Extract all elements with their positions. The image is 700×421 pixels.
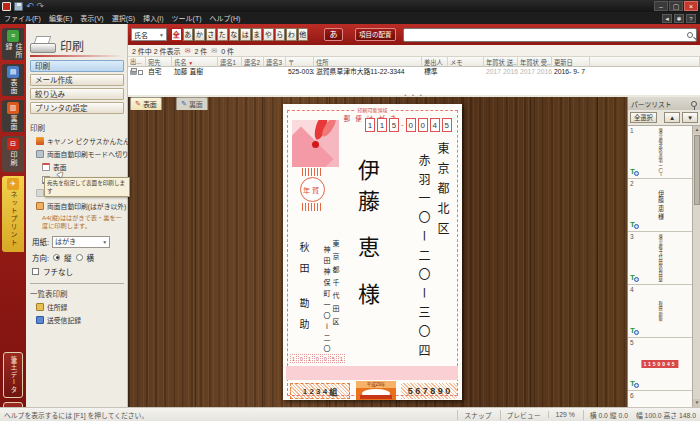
undo-icon[interactable]: ↶ (26, 2, 34, 11)
kana-filter-na[interactable]: な (229, 28, 240, 41)
sidebar-tab-front[interactable]: ▤ 表面 (2, 64, 24, 96)
col-joint2[interactable]: 連名2 (242, 57, 264, 66)
menu-file[interactable]: ファイル(F) (4, 13, 41, 23)
redo-icon[interactable]: ↷ (37, 2, 45, 11)
part-item-recipient-zip[interactable]: 5 1150045 T (628, 338, 692, 391)
parts-scrollbar[interactable]: ▲ ▼ (692, 126, 700, 407)
col-sender[interactable]: 差出人 (422, 57, 448, 66)
sender-name[interactable]: 秋田 勘助 (298, 242, 308, 340)
option-duplex-mode[interactable]: 両面自動印刷モードへ切り替え (36, 149, 124, 159)
save-icon[interactable] (14, 2, 23, 11)
paper-select[interactable]: はがき ▼ (52, 236, 110, 248)
col-nenga-sent[interactable]: 年賀状 送... (484, 57, 518, 66)
option-duplex-a4[interactable]: 両面自動印刷(はがき以外) (36, 201, 124, 211)
menubar: ファイル(F) 編集(E) 表示(V) 選択(S) 挿入(I) ツール(T) ヘ… (0, 12, 700, 24)
move-up-button[interactable]: ▲ (664, 112, 680, 123)
col-zip[interactable]: 〒 (286, 57, 314, 66)
select-all-button[interactable]: 全選択 (630, 112, 657, 123)
menu-insert[interactable]: 挿入(I) (143, 13, 164, 23)
option-front[interactable]: 表面 (42, 162, 124, 172)
part-item-sender-zip[interactable]: 6 1010051 T (628, 391, 692, 407)
kana-filter-all[interactable]: 全 (171, 28, 182, 41)
arrange-items-button[interactable]: 項目の配置 (355, 28, 396, 41)
table-row[interactable]: 自宅 加藤 直樹 525-0032 滋賀県草津市大路11-22-3344 標準 … (128, 67, 700, 77)
kana-filter-a[interactable]: あ (183, 28, 194, 41)
nav-filter[interactable]: 絞り込み (30, 88, 124, 100)
status-preview[interactable]: プレビュー (500, 410, 541, 420)
part-number: 2 (630, 180, 634, 187)
status-zoom[interactable]: 129 % (548, 411, 574, 418)
nav-printer-settings[interactable]: プリンタの設定 (30, 102, 124, 114)
col-dest[interactable]: 宛先 (146, 57, 172, 66)
status-snap[interactable]: スナップ (457, 410, 491, 420)
close-button[interactable]: × (684, 1, 698, 11)
move-down-button[interactable]: ▼ (682, 112, 698, 123)
col-name[interactable]: 氏名 ▼ (172, 57, 218, 66)
nav-mail[interactable]: メール作成 (30, 74, 124, 86)
menu-tools[interactable]: ツール(T) (172, 13, 202, 23)
kana-filter-ya[interactable]: や (263, 28, 274, 41)
col-updated[interactable]: 更新日 (552, 57, 590, 66)
row-checkbox[interactable] (138, 70, 143, 75)
kana-input-button[interactable]: あ (324, 28, 343, 41)
scroll-thumb[interactable] (694, 135, 700, 205)
borderless-checkbox[interactable] (32, 268, 39, 275)
sound-help-icon[interactable]: ◄ (662, 14, 672, 23)
scroll-down-icon[interactable]: ▼ (693, 399, 700, 407)
scroll-up-icon[interactable]: ▲ (693, 126, 700, 134)
sidebar-tab-netprint[interactable]: ✈ ネットプリント (2, 176, 24, 252)
sidebar-tab-back[interactable]: ▥ 裏面 (2, 100, 24, 132)
help-icon[interactable]: ? (686, 14, 696, 23)
part-item-recipient-name[interactable]: 2 伊藤 恵 様 T (628, 179, 692, 232)
col-nenga-recv[interactable]: 年賀状 受... (518, 57, 552, 66)
option-easy-print[interactable]: キヤノン ピクサスかんたん印刷 (36, 136, 124, 146)
recipient-name[interactable]: 伊藤 恵 様 (355, 159, 377, 313)
part-item-sender-name[interactable]: 4 秋田 勘助 T (628, 285, 692, 338)
postcard-preview[interactable]: 印刷可能領域 郵便はがき 年賀 1 1 5 - 0 0 4 (283, 104, 462, 400)
list-print-addressbook[interactable]: 住所録 (36, 302, 124, 312)
kana-filter-ra[interactable]: ら (275, 28, 286, 41)
tab-back[interactable]: ✎ 裏面 (176, 97, 208, 110)
sender-address-line1[interactable]: 東京都千代田区 (332, 240, 339, 331)
orientation-portrait-radio[interactable] (53, 254, 60, 261)
kana-filter-ha[interactable]: は (240, 28, 251, 41)
orientation-landscape-radio[interactable] (76, 254, 83, 261)
sidebar-tab-print[interactable]: ⊟ 印刷 (2, 136, 24, 172)
kana-filter-sa[interactable]: さ (206, 28, 217, 41)
pin-icon[interactable] (691, 101, 697, 107)
part-item-sender-address[interactable]: 3 東京都千代田区神田神保町一〇ー二〇 T (628, 232, 692, 285)
kana-filter-ma[interactable]: ま (252, 28, 263, 41)
hint-icon[interactable]: ✱ (674, 14, 684, 23)
menu-view[interactable]: 表示(V) (80, 13, 103, 23)
field-selector[interactable]: 氏名 ▼ (131, 28, 167, 41)
sender-zip-boxes[interactable]: 1 0 1 0 0 5 1 (290, 354, 345, 363)
sidebar-tab-addressbook[interactable]: ≡ 住所録 (2, 28, 24, 60)
col-memo[interactable]: メモ (448, 57, 484, 66)
kana-filter-ka[interactable]: か (194, 28, 205, 41)
search-input[interactable] (403, 28, 698, 42)
fudeoh-data-button[interactable]: 筆王データ (3, 352, 23, 398)
menu-edit[interactable]: 編集(E) (49, 13, 72, 23)
nav-print[interactable]: 印刷 (30, 60, 124, 72)
col-output[interactable]: 出... (128, 57, 146, 66)
stamp-artwork[interactable] (292, 120, 339, 167)
tab-front[interactable]: ✎ 表面 (130, 97, 162, 110)
kana-filter-wa[interactable]: わ (286, 28, 297, 41)
kana-filter-ta[interactable]: た (217, 28, 228, 41)
recipient-address-line1[interactable]: 東京都北区 (436, 142, 448, 242)
menu-select[interactable]: 選択(S) (112, 13, 135, 23)
sender-address-line2[interactable]: 神田神保町一〇ー二〇 (323, 246, 330, 356)
col-joint3[interactable]: 連名3 (264, 57, 286, 66)
menu-help[interactable]: ヘルプ(H) (210, 13, 241, 23)
col-address[interactable]: 住所 (314, 57, 422, 66)
maximize-button[interactable]: ▢ (669, 1, 683, 11)
recipient-zip-boxes[interactable]: 1 1 5 - 0 0 4 5 (365, 118, 452, 132)
minimize-button[interactable]: – (654, 1, 668, 11)
cell-nenga-recv: 2017 2016 20... (518, 67, 552, 77)
recipient-address-line2[interactable]: 赤羽一〇ー二〇ー三〇四 (417, 154, 429, 363)
zip-digit: 1 (306, 354, 313, 363)
part-item-address[interactable]: 1 東京都北区赤羽一〇ー二〇ー三〇四 T (628, 126, 692, 179)
list-print-records[interactable]: 送受信記録 (36, 315, 124, 325)
col-joint1[interactable]: 連名1 (218, 57, 242, 66)
kana-filter-other[interactable]: 他 (298, 28, 309, 41)
